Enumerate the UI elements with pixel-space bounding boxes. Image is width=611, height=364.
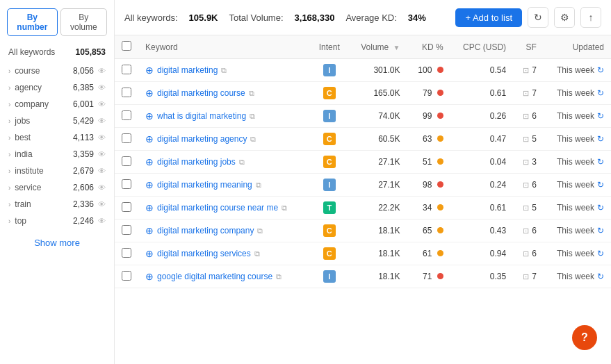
add-keyword-icon[interactable]: ⊕: [145, 133, 154, 144]
row-kd-cell: 100: [407, 59, 450, 82]
add-keyword-icon[interactable]: ⊕: [145, 179, 154, 190]
sidebar-keyword-label: best: [15, 133, 31, 142]
row-refresh-icon[interactable]: ↻: [597, 88, 604, 98]
row-refresh-icon[interactable]: ↻: [597, 272, 604, 281]
keyword-link[interactable]: ⊕ digital marketing meaning ⧉: [145, 179, 303, 190]
show-more-button[interactable]: Show more: [0, 229, 114, 256]
row-checkbox[interactable]: [122, 133, 131, 143]
add-keyword-icon[interactable]: ⊕: [145, 202, 154, 213]
external-link-icon[interactable]: ⧉: [257, 226, 263, 235]
row-checkbox[interactable]: [122, 179, 131, 189]
sidebar-item-service[interactable]: › service 2,606 👁: [0, 179, 114, 196]
row-checkbox[interactable]: [122, 248, 131, 258]
keyword-link[interactable]: ⊕ digital marketing company ⧉: [145, 225, 303, 236]
settings-button[interactable]: ⚙: [554, 7, 575, 28]
external-link-icon[interactable]: ⧉: [276, 272, 282, 281]
refresh-button[interactable]: ↻: [528, 7, 548, 28]
add-keyword-icon[interactable]: ⊕: [145, 225, 154, 236]
chevron-icon: ›: [8, 184, 10, 192]
kd-dot: [437, 135, 443, 142]
keyword-link[interactable]: ⊕ google digital marketing course ⧉: [145, 271, 303, 282]
add-to-list-button[interactable]: + Add to list: [455, 8, 522, 27]
eye-icon[interactable]: 👁: [98, 200, 106, 208]
sidebar-item-jobs[interactable]: › jobs 5,429 👁: [0, 113, 114, 129]
row-refresh-icon[interactable]: ↻: [597, 203, 604, 213]
add-keyword-icon[interactable]: ⊕: [145, 271, 154, 282]
add-keyword-icon[interactable]: ⊕: [145, 110, 154, 122]
keyword-link[interactable]: ⊕ digital marketing jobs ⧉: [145, 156, 303, 167]
eye-icon[interactable]: 👁: [98, 167, 106, 175]
eye-icon[interactable]: 👁: [98, 150, 106, 158]
row-kd-cell: 99: [407, 105, 450, 128]
keyword-link[interactable]: ⊕ digital marketing course near me ⧉: [145, 202, 303, 213]
keyword-link[interactable]: ⊕ digital marketing services ⧉: [145, 248, 303, 259]
table-header: Keyword Intent Volume ▼ KD % CPC (USD) S…: [115, 35, 611, 59]
eye-icon[interactable]: 👁: [98, 83, 106, 92]
eye-icon[interactable]: 👁: [98, 100, 106, 108]
row-refresh-icon[interactable]: ↻: [597, 65, 604, 75]
add-keyword-icon[interactable]: ⊕: [145, 88, 154, 99]
export-button[interactable]: ↑: [580, 7, 601, 28]
row-checkbox[interactable]: [122, 65, 131, 74]
help-button[interactable]: ?: [572, 325, 597, 350]
sidebar-item-agency[interactable]: › agency 6,385 👁: [0, 79, 114, 96]
add-keyword-icon[interactable]: ⊕: [145, 248, 154, 259]
eye-icon[interactable]: 👁: [98, 133, 106, 142]
row-refresh-icon[interactable]: ↻: [597, 180, 604, 190]
eye-icon[interactable]: 👁: [98, 67, 106, 75]
add-keyword-icon[interactable]: ⊕: [145, 65, 154, 76]
external-link-icon[interactable]: ⧉: [221, 66, 227, 75]
eye-icon[interactable]: 👁: [98, 217, 106, 225]
tab-by-number[interactable]: By number: [7, 8, 58, 36]
external-link-icon[interactable]: ⧉: [256, 181, 261, 190]
row-checkbox[interactable]: [122, 88, 131, 97]
row-kd-cell: 61: [407, 242, 450, 265]
keyword-link[interactable]: ⊕ digital marketing course ⧉: [145, 88, 303, 99]
row-refresh-icon[interactable]: ↻: [597, 134, 604, 144]
eye-icon[interactable]: 👁: [98, 117, 106, 125]
external-link-icon[interactable]: ⧉: [239, 158, 245, 167]
external-link-icon[interactable]: ⧉: [250, 135, 256, 144]
row-checkbox[interactable]: [122, 110, 131, 120]
sidebar-item-company[interactable]: › company 6,001 👁: [0, 96, 114, 113]
main-content: All keywords: 105.9K Total Volume: 3,168…: [115, 0, 611, 364]
sf-value: 6: [532, 226, 537, 235]
row-checkbox[interactable]: [122, 156, 131, 166]
row-intent-cell: I: [310, 265, 348, 288]
keyword-link[interactable]: ⊕ what is digital marketing ⧉: [145, 110, 303, 122]
keyword-link[interactable]: ⊕ digital marketing agency ⧉: [145, 133, 303, 144]
external-link-icon[interactable]: ⧉: [282, 204, 287, 213]
tab-by-volume[interactable]: By volume: [60, 8, 107, 36]
table-row: ⊕ digital marketing jobs ⧉ C 27.1K 51 0.…: [115, 151, 611, 174]
kd-dot: [437, 273, 443, 279]
external-link-icon[interactable]: ⧉: [249, 89, 254, 98]
row-refresh-icon[interactable]: ↻: [597, 111, 604, 121]
sidebar-item-india[interactable]: › india 3,359 👁: [0, 146, 114, 163]
row-checkbox[interactable]: [122, 271, 131, 281]
row-checkbox[interactable]: [122, 202, 131, 212]
add-keyword-icon[interactable]: ⊕: [145, 156, 154, 167]
row-refresh-icon[interactable]: ↻: [597, 226, 604, 235]
row-intent-cell: C: [310, 242, 348, 265]
sidebar-item-top[interactable]: › top 2,246 👁: [0, 213, 114, 229]
row-refresh-icon[interactable]: ↻: [597, 249, 604, 258]
external-link-icon[interactable]: ⧉: [250, 112, 255, 121]
sidebar-keyword-count: 2,336: [73, 199, 94, 209]
sidebar-item-train[interactable]: › train 2,336 👁: [0, 196, 114, 213]
keyword-link[interactable]: ⊕ digital marketing ⧉: [145, 65, 303, 76]
select-all-checkbox[interactable]: [122, 41, 131, 51]
row-refresh-icon[interactable]: ↻: [597, 157, 604, 167]
col-volume[interactable]: Volume ▼: [348, 35, 407, 59]
keyword-text: digital marketing jobs: [157, 157, 236, 167]
row-volume-cell: 60.5K: [348, 128, 407, 151]
row-checkbox[interactable]: [122, 225, 131, 235]
sidebar-item-course[interactable]: › course 8,056 👁: [0, 63, 114, 79]
sidebar-item-best[interactable]: › best 4,113 👁: [0, 129, 114, 146]
row-checkbox-cell: [115, 82, 138, 105]
keyword-text: digital marketing course: [157, 88, 245, 98]
row-intent-cell: C: [310, 82, 348, 105]
row-intent-cell: T: [310, 197, 348, 220]
sidebar-item-institute[interactable]: › institute 2,679 👁: [0, 163, 114, 179]
external-link-icon[interactable]: ⧉: [254, 249, 260, 258]
eye-icon[interactable]: 👁: [98, 183, 106, 192]
